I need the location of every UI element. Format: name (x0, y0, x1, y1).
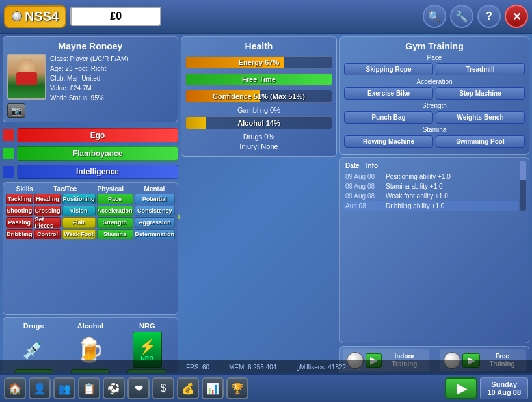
nav-ball-button[interactable]: ⚽ (103, 377, 125, 399)
scrollbar-thumb (520, 161, 526, 180)
left-panel: Mayne Ronoey Class: Player (L/C/R F/AM) (3, 36, 178, 399)
drugs-label: Drugs 0% (185, 133, 332, 141)
skill-set-pieces[interactable]: Set Pieces (34, 217, 61, 228)
flamboyance-bar[interactable]: Flamboyance (17, 146, 178, 161)
player-card: Mayne Ronoey Class: Player (L/C/R F/AM) (3, 36, 178, 122)
gambling-label: Gambling 0% (185, 106, 332, 114)
ego-bar[interactable]: Ego (17, 128, 178, 142)
step-machine-button[interactable]: Step Machine (436, 87, 525, 100)
nav-finance-button[interactable]: 💰 (177, 377, 199, 399)
skill-potential[interactable]: Potential (135, 194, 176, 204)
energy-bar-outer: Energy 67% (185, 56, 332, 69)
skills-col-2: Heading Crossing Set Pieces Control (34, 194, 61, 239)
skill-positioning[interactable]: Positioning (62, 194, 96, 204)
money-display: £0 (70, 7, 161, 26)
skills-body: Tackling Shooting Passing Dribbling Head… (6, 194, 175, 239)
log-row: 09 Aug 08 Positioning ability +1.0 (343, 172, 518, 181)
logo: NSS4 (4, 5, 66, 28)
swimming-pool-button[interactable]: Swimming Pool (436, 135, 525, 148)
skill-weak-foot[interactable]: Weak Foot (62, 229, 96, 239)
log-table: Date Info 09 Aug 08 Positioning ability … (343, 161, 518, 211)
nav-tactics-button[interactable]: 📋 (78, 377, 100, 399)
skill-consistency[interactable]: Consistency (135, 206, 176, 216)
skill-vision[interactable]: Vision (62, 206, 96, 216)
gym-acceleration-title: Acceleration (344, 78, 525, 85)
skill-control[interactable]: Control (34, 229, 61, 239)
next-day-button[interactable]: ▶ (445, 377, 477, 399)
gym-card: Gym Training Pace Skipping Rope Treadmil… (339, 36, 529, 155)
log-card: Date Info 09 Aug 08 Positioning ability … (339, 157, 529, 343)
skipping-rope-button[interactable]: Skipping Rope (344, 63, 433, 75)
intelligence-bar[interactable]: Intelligence (17, 165, 178, 179)
right-panel: Gym Training Pace Skipping Rope Treadmil… (339, 36, 529, 399)
search-button[interactable]: 🔍 (423, 5, 446, 28)
skill-pace[interactable]: Pace (97, 194, 133, 204)
nav-stats-button[interactable]: 📊 (202, 377, 224, 399)
nav-heart-button[interactable]: ❤ (127, 377, 150, 399)
gym-pace-section: Pace Skipping Rope Treadmill (344, 54, 525, 75)
skill-stamina[interactable]: Stamina (97, 229, 133, 239)
confidence-bar-outer: Confidence 51% (Max 51%) (185, 90, 332, 103)
gym-pace-title: Pace (344, 54, 525, 61)
log-row: 09 Aug 08 Weak foot ability +1.0 (343, 191, 518, 201)
player-info: Class: Player (L/C/R F/AM) Age: 23 Foot:… (50, 54, 174, 118)
nav-money-button[interactable]: $ (152, 377, 174, 399)
alcohol-bar-outer: Alcohol 14% (185, 116, 332, 129)
skills-col-3: Positioning Vision Flair Weak Foot (62, 194, 96, 239)
exercise-bike-button[interactable]: Exercise Bike (344, 87, 433, 100)
freetime-bar-outer: Free Time (185, 73, 332, 86)
status-bar: FPS: 60 MEM: 6.255.404 gMillisecs: 41822 (0, 360, 532, 373)
skills-col-1: Tackling Shooting Passing Dribbling (6, 194, 33, 239)
skill-determination[interactable]: Determination (135, 229, 176, 239)
flamboyance-indicator (3, 148, 14, 159)
middle-panel: Health Energy 67% Free Time (181, 36, 337, 399)
camera-button[interactable] (7, 103, 25, 118)
nav-trophy-button[interactable]: 🏆 (226, 377, 248, 399)
top-bar: NSS4 £0 🔍 🔧 ? ✕ (0, 0, 532, 34)
skill-passing[interactable]: Passing (6, 217, 33, 228)
skill-aggression[interactable]: Aggression (135, 217, 176, 228)
weights-bench-button[interactable]: Weights Bench (436, 111, 525, 124)
skills-section: Skills Tac/Tec Physical Mental Tackling … (3, 182, 178, 315)
skill-crossing[interactable]: Crossing (34, 206, 61, 216)
gym-acceleration-section: Acceleration Exercise Bike Step Machine (344, 78, 525, 100)
punch-bag-button[interactable]: Punch Bag (344, 111, 433, 124)
confidence-label: Confidence 51% (Max 51%) (186, 90, 332, 102)
rowing-machine-button[interactable]: Rowing Machine (344, 135, 433, 148)
skill-tackling[interactable]: Tackling (6, 194, 33, 204)
gym-title: Gym Training (344, 41, 525, 51)
settings-button[interactable]: 🔧 (450, 5, 473, 28)
log-info-header: Info (364, 161, 380, 170)
alcohol-label: Alcohol 14% (186, 117, 332, 129)
gym-stamina-section: Stamina Rowing Machine Swimming Pool (344, 126, 525, 148)
health-title: Health (185, 41, 332, 51)
treadmill-button[interactable]: Treadmill (436, 63, 525, 75)
nav-player-button[interactable]: 👤 (29, 377, 51, 399)
alcohol-bar-row: Alcohol 14% (185, 116, 332, 130)
log-row: 09 Aug 08 Stamina ability +1.0 (343, 181, 518, 191)
date-display: Sunday 10 Aug 08 (480, 377, 528, 399)
skills-col-4: Pace Acceleration Strength Stamina (97, 194, 133, 239)
gym-strength-title: Strength (344, 102, 525, 109)
skill-flair[interactable]: Flair (62, 217, 96, 228)
skill-dribbling[interactable]: Dribbling (6, 229, 33, 239)
log-row: Aug 08 Dribbling ability +1.0 (343, 201, 518, 211)
nav-home-button[interactable]: 🏠 (4, 377, 26, 399)
skill-heading[interactable]: Heading (34, 194, 61, 204)
player-avatar (7, 54, 46, 100)
ego-indicator (3, 129, 14, 141)
fps-display: FPS: 60 (186, 364, 209, 371)
skill-strength[interactable]: Strength (97, 217, 133, 228)
log-scrollbar[interactable] (520, 161, 526, 211)
skill-acceleration[interactable]: Acceleration (97, 206, 133, 216)
ms-display: gMillisecs: 41822 (296, 364, 346, 371)
nav-squad-button[interactable]: 👥 (53, 377, 75, 399)
logo-ball (12, 11, 22, 21)
health-card: Health Energy 67% Free Time (181, 36, 337, 157)
close-button[interactable]: ✕ (505, 5, 528, 28)
skill-shooting[interactable]: Shooting (6, 206, 33, 216)
bottom-bar: 🏠 👤 👥 📋 ⚽ ❤ $ 💰 📊 🏆 ▶ Sunday 10 Aug 08 (0, 373, 532, 402)
help-button[interactable]: ? (477, 5, 501, 28)
attribute-bars: Ego Flamboyance Intelligence (3, 127, 178, 180)
energy-label: Energy 67% (186, 57, 332, 68)
